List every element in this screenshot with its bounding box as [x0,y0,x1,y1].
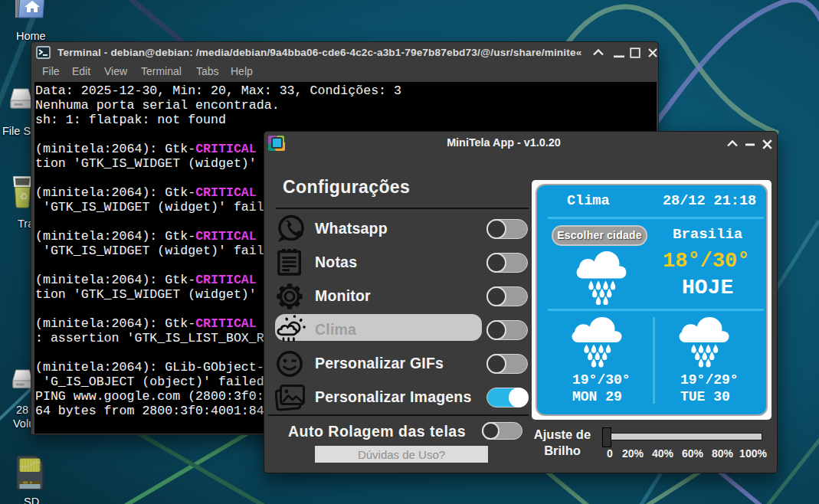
svg-text:♻: ♻ [19,191,28,202]
